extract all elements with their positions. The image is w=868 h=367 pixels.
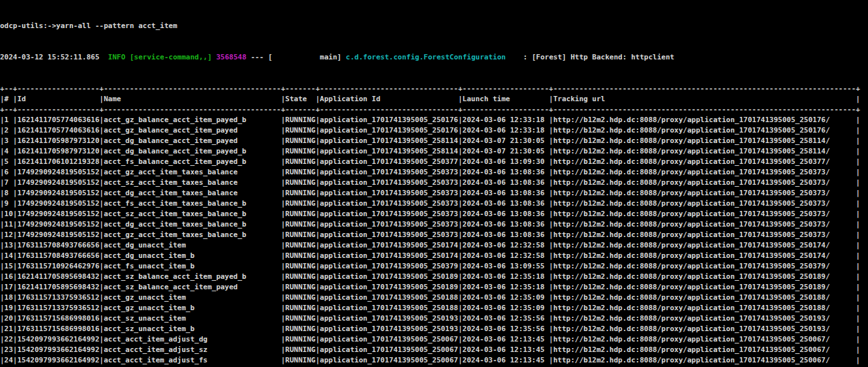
terminal-screen[interactable]: odcp-utils:->yarn-all --pattern acct_ite… (0, 0, 868, 367)
table-row: |18|1763115713375936512|acct_gz_unacct_i… (0, 293, 868, 303)
table-row: |22|1542097993662164992|acct_acct_item_a… (0, 334, 868, 345)
command-text: yarn-all --pattern acct_item (56, 22, 177, 30)
table-row: |7 |1749290924819505152|acct_sz_acct_ite… (0, 178, 868, 188)
log-segment-cyan: c.d.forest.config.ForestConfiguration (346, 53, 506, 61)
shell-prompt: odcp-utils:-> (0, 22, 56, 30)
table-row: |13|1763115708493766656|acct_dg_unacct_i… (0, 240, 868, 251)
table-row: |17|1621411705895698432|acct_sz_balance_… (0, 282, 868, 293)
log-segment-magenta: 3568548 (216, 53, 246, 61)
table-row: |21|1763115715686998016|acct_sz_unacct_i… (0, 324, 868, 334)
table-row: |3 |1621411705987973120|acct_dg_balance_… (0, 136, 868, 146)
table-row: |15|1763115710926462976|acct_fs_unacct_i… (0, 261, 868, 272)
yarn-applications-table: +--+-------------------+----------------… (0, 84, 868, 367)
log-segment-default: : [Forest] Http Backend: httpclient (506, 53, 674, 61)
table-row: |2 |1621411705774063616|acct_gz_balance_… (0, 125, 868, 136)
log-segment-default: 2024-03-12 15:52:11.865 (0, 53, 108, 61)
table-row: |6 |1749290924819505152|acct_gz_acct_ite… (0, 167, 868, 178)
table-border-top: +--+-------------------+----------------… (0, 84, 868, 94)
log-segment-green: [service-command,,] (130, 53, 212, 61)
table-row: |24|1542097993662164992|acct_acct_item_a… (0, 355, 868, 366)
table-row: |16|1621411705895698432|acct_sz_balance_… (0, 272, 868, 282)
table-row: |4 |1621411705987973120|acct_dg_balance_… (0, 146, 868, 157)
table-row: |14|1763115708493766656|acct_dg_unacct_i… (0, 251, 868, 261)
log-segment-green: INFO (108, 53, 126, 61)
table-header-row: |# |Id |Name |State |Application Id |Lau… (0, 94, 868, 104)
table-row: |20|1763115715686998016|acct_sz_unacct_i… (0, 313, 868, 324)
table-row: |11|1749290924819505152|acct_dg_acct_ite… (0, 219, 868, 230)
table-header-border: +--+-------------------+----------------… (0, 104, 868, 115)
log-segment-default (125, 53, 130, 61)
table-row: |10|1749290924819505152|acct_sz_acct_ite… (0, 209, 868, 219)
table-row: |19|1763115713375936512|acct_gz_unacct_i… (0, 303, 868, 313)
table-row: |1 |1621411705774063616|acct_gz_balance_… (0, 115, 868, 125)
log-line: 2024-03-12 15:52:11.865 INFO [service-co… (0, 52, 868, 63)
log-segment-default: --- [ main] (247, 53, 346, 61)
table-row: |12|1749290924819505152|acct_gz_acct_ite… (0, 230, 868, 240)
table-row: |5 |1621411706101219328|acct_fs_balance_… (0, 157, 868, 167)
table-row: |23|1542097993662164992|acct_acct_item_a… (0, 345, 868, 355)
command-line: odcp-utils:->yarn-all --pattern acct_ite… (0, 21, 868, 31)
table-row: |9 |1749290924819505152|acct_fs_acct_ite… (0, 199, 868, 209)
table-row: |8 |1749290924819505152|acct_dg_acct_ite… (0, 188, 868, 199)
